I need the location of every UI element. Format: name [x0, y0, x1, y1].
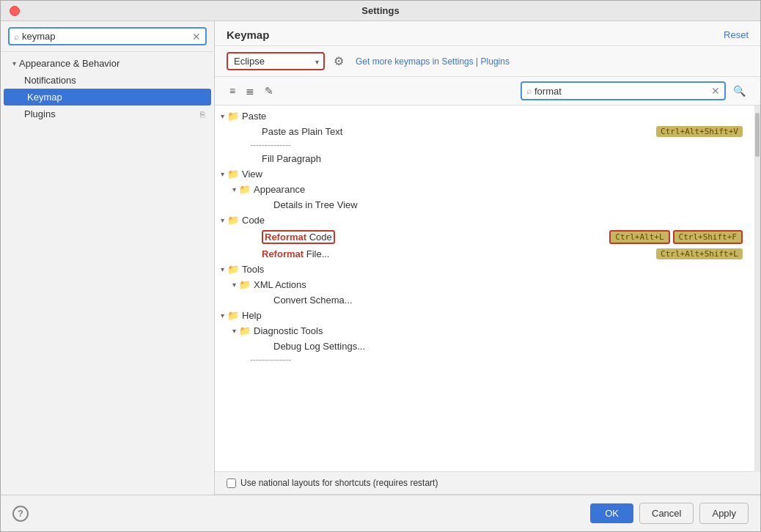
shortcut-finder-button[interactable]: 🔍 [730, 84, 749, 98]
expand-all-button[interactable]: ≡ [227, 84, 238, 98]
copy-icon: ⎘ [200, 110, 205, 119]
tree-wrapper: ▾ 📁 Paste Paste as Plain Text Ctrl+Alt+S… [215, 106, 760, 472]
search-wrapper: ⌕ ✕ [1, 21, 214, 52]
tree-action-reformat-file[interactable]: Reformat File... Ctrl+Alt+Shift+L [215, 246, 754, 262]
keymap-select-wrapper: Eclipse Default Emacs Sublime Text Visua… [227, 52, 325, 70]
sidebar: ⌕ ✕ ▾ Appearance & Behavior Notification… [1, 21, 215, 495]
category-label: Paste [242, 111, 266, 122]
sidebar-item-label: Keymap [27, 92, 62, 103]
sidebar-item-label: Plugins [24, 108, 56, 119]
footer: ? OK Cancel Apply [1, 495, 760, 531]
keymap-select[interactable]: Eclipse Default Emacs Sublime Text Visua… [228, 53, 323, 69]
category-label: View [242, 169, 262, 180]
action-label: Reformat Code [215, 230, 335, 244]
expand-icon: ▾ [232, 281, 236, 289]
sidebar-item-plugins[interactable]: Plugins ⎘ [1, 106, 214, 122]
search-input[interactable] [22, 31, 192, 42]
expand-icon: ▾ [232, 327, 236, 335]
action-label: Reformat File... [215, 248, 329, 259]
folder-icon: 📁 [239, 279, 251, 290]
help-button[interactable]: ? [12, 506, 29, 522]
filter-clear-icon[interactable]: ✕ [711, 85, 720, 97]
action-label: Details in Tree View [215, 199, 358, 210]
main-panel: Keymap Reset Eclipse Default Emacs Subli… [215, 21, 760, 495]
collapse-all-button[interactable]: ≣ [243, 84, 257, 98]
tree-category-tools[interactable]: ▾ 📁 Tools [215, 262, 754, 277]
tree-action-debug-log[interactable]: Debug Log Settings... [215, 339, 754, 354]
sidebar-item-keymap[interactable]: Keymap [4, 89, 211, 106]
search-clear-icon[interactable]: ✕ [192, 32, 201, 42]
filter-input[interactable] [534, 86, 711, 97]
shortcuts-container: Ctrl+Alt+Shift+L [656, 248, 749, 259]
toolbar-row: ≡ ≣ ✎ ⌕ ✕ 🔍 [215, 77, 760, 106]
expand-icon: ▾ [221, 170, 224, 178]
sidebar-item-appearance[interactable]: ▾ Appearance & Behavior [1, 55, 214, 72]
expand-arrow-icon: ▾ [12, 59, 16, 67]
tree-subcategory-xml[interactable]: ▾ 📁 XML Actions [215, 277, 754, 292]
close-button[interactable] [10, 6, 20, 16]
sidebar-item-notifications[interactable]: Notifications [1, 72, 214, 89]
actions-tree: ▾ 📁 Paste Paste as Plain Text Ctrl+Alt+S… [215, 106, 754, 472]
expand-icon: ▾ [232, 185, 236, 193]
cancel-button[interactable]: Cancel [639, 503, 694, 524]
panel-header: Keymap Reset [215, 21, 760, 46]
tree-separator-2: -------------- [215, 354, 754, 366]
action-label: Convert Schema... [215, 295, 353, 306]
shortcuts-container: Ctrl+Alt+Shift+V [656, 126, 749, 137]
folder-icon: 📁 [227, 215, 239, 226]
get-more-keymaps-link[interactable]: Get more keymaps in Settings | Plugins [356, 56, 510, 67]
category-label: Help [242, 310, 262, 321]
tree-subcategory-appearance[interactable]: ▾ 📁 Appearance [215, 182, 754, 197]
tree-action-reformat-code[interactable]: Reformat Code Ctrl+Alt+L Ctrl+Shift+F [215, 228, 754, 246]
folder-icon: 📁 [227, 310, 239, 321]
search-box-container: ⌕ ✕ [8, 27, 207, 45]
action-label: Paste as Plain Text [215, 126, 342, 137]
expand-icon: ▾ [221, 112, 224, 120]
reset-button[interactable]: Reset [724, 29, 749, 40]
tree-action-details-tree-view[interactable]: Details in Tree View [215, 197, 754, 213]
gear-button[interactable]: ⚙ [331, 53, 347, 70]
tree-category-code[interactable]: ▾ 📁 Code [215, 213, 754, 228]
sidebar-item-label: Notifications [24, 75, 76, 86]
nav-tree: ▾ Appearance & Behavior Notifications Ke… [1, 52, 214, 495]
checkbox-row: Use national layouts for shortcuts (requ… [215, 472, 760, 495]
window-title: Settings [361, 5, 399, 16]
shortcut-badge: Ctrl+Alt+Shift+V [656, 126, 743, 137]
highlight-text: Reformat [262, 248, 304, 259]
folder-icon: 📁 [239, 325, 251, 336]
shortcut-badge: Ctrl+Alt+Shift+L [656, 248, 743, 259]
tree-action-convert-schema[interactable]: Convert Schema... [215, 292, 754, 308]
tree-category-help[interactable]: ▾ 📁 Help [215, 308, 754, 323]
filter-box-container: ⌕ ✕ [521, 81, 726, 100]
folder-icon: 📁 [227, 169, 239, 180]
expand-icon: ▾ [221, 265, 224, 273]
tree-subcategory-diagnostic[interactable]: ▾ 📁 Diagnostic Tools [215, 323, 754, 339]
main-content: ⌕ ✕ ▾ Appearance & Behavior Notification… [1, 21, 760, 495]
expand-icon: ▾ [221, 216, 224, 224]
tree-category-view[interactable]: ▾ 📁 View [215, 166, 754, 182]
national-layouts-checkbox[interactable] [227, 479, 236, 488]
footer-right: OK Cancel Apply [590, 503, 749, 524]
panel-title: Keymap [227, 29, 269, 41]
category-label: Tools [242, 264, 264, 275]
keymap-selector-row: Eclipse Default Emacs Sublime Text Visua… [215, 46, 760, 77]
subcategory-label: Diagnostic Tools [254, 325, 323, 336]
highlight-text: Reformat [265, 232, 306, 243]
title-bar: Settings [1, 1, 760, 21]
ok-button[interactable]: OK [590, 503, 633, 523]
filter-search-icon: ⌕ [526, 86, 532, 96]
apply-button[interactable]: Apply [699, 503, 749, 524]
footer-left: ? [12, 506, 29, 522]
shortcut-badge-2: Ctrl+Shift+F [673, 230, 743, 244]
tree-action-fill-paragraph[interactable]: Fill Paragraph [215, 151, 754, 166]
shortcuts-container: Ctrl+Alt+L Ctrl+Shift+F [609, 230, 749, 244]
category-label: Code [242, 215, 265, 226]
tree-category-paste[interactable]: ▾ 📁 Paste [215, 108, 754, 124]
tree-action-paste-plain[interactable]: Paste as Plain Text Ctrl+Alt+Shift+V [215, 124, 754, 139]
checkbox-label: Use national layouts for shortcuts (requ… [240, 478, 438, 488]
folder-icon: 📁 [239, 184, 251, 195]
scrollbar-thumb[interactable] [755, 113, 760, 157]
scrollbar-track [754, 106, 760, 472]
action-label: Fill Paragraph [215, 153, 321, 164]
edit-shortcut-button[interactable]: ✎ [262, 84, 276, 98]
